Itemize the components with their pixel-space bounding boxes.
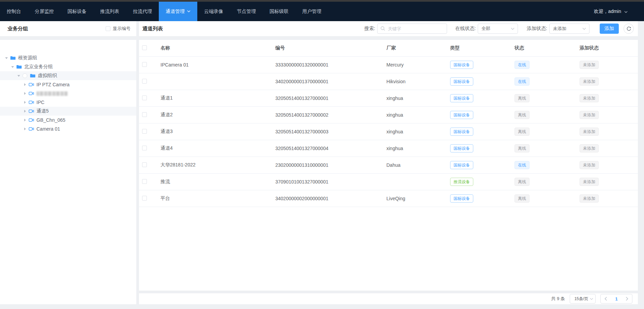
chevron-down-icon xyxy=(187,10,190,13)
page-size-select[interactable]: 15条/页 xyxy=(570,294,596,304)
online-status-value: 全部 xyxy=(481,26,511,32)
tree-item-camera-01[interactable]: Camera 01 xyxy=(0,124,136,133)
sidebar-header: 业务分组 显示编号 xyxy=(0,21,136,36)
table-row[interactable]: 34020000001370000001 Hikvision 国标设备 在线 未… xyxy=(139,73,638,90)
online-status-select[interactable]: 全部 xyxy=(478,24,518,34)
refresh-button[interactable] xyxy=(624,24,634,34)
cell-code: 23020000001310000001 xyxy=(275,162,386,168)
video-camera-icon xyxy=(29,82,34,87)
prev-page-button[interactable] xyxy=(601,294,611,303)
col-header-type: 类型 xyxy=(450,45,515,51)
row-checkbox[interactable] xyxy=(142,112,147,117)
row-checkbox[interactable] xyxy=(142,162,147,167)
tree-item-ip-ptz-camera[interactable]: IP PTZ Camera xyxy=(0,80,136,89)
tree-item-label: 通道5 xyxy=(36,108,49,114)
cell-vendor: Dahua xyxy=(386,162,450,168)
caret-down-icon[interactable] xyxy=(16,75,21,77)
tree-item-gb-chn-065[interactable]: GB_Chn_065 xyxy=(0,116,136,124)
select-all-checkbox[interactable] xyxy=(142,45,147,50)
show-number-label: 显示编号 xyxy=(113,26,131,32)
tree-item-label: 虚拟组织 xyxy=(38,73,57,79)
tree-item-label: 北京业务分组 xyxy=(24,64,53,70)
row-checkbox[interactable] xyxy=(142,146,147,150)
add-status-badge: 未添加 xyxy=(580,194,599,203)
folder-icon xyxy=(16,64,22,70)
row-checkbox[interactable] xyxy=(142,179,147,184)
search-input[interactable] xyxy=(377,24,447,34)
tree-item-redacted[interactable] xyxy=(0,89,136,98)
add-status-badge: 未添加 xyxy=(580,61,599,69)
caret-down-icon[interactable] xyxy=(4,57,9,59)
nav-tab-channel-mgmt[interactable]: 通道管理 xyxy=(159,2,197,21)
caret-right-icon[interactable] xyxy=(22,92,27,95)
table-row[interactable]: 通道1 32050514001327000001 xinghua 国标设备 离线… xyxy=(139,90,638,107)
status-badge: 离线 xyxy=(515,94,530,102)
row-checkbox[interactable] xyxy=(142,62,147,67)
add-status-select[interactable]: 未添加 xyxy=(549,24,589,34)
user-menu[interactable]: 欢迎，admin xyxy=(594,2,644,21)
video-camera-icon xyxy=(29,100,34,105)
next-page-button[interactable] xyxy=(622,294,632,303)
row-checkbox[interactable] xyxy=(142,129,147,134)
cell-code: 32050514001327000001 xyxy=(275,95,386,101)
tree-item-beijing-group[interactable]: 北京业务分组 xyxy=(0,62,136,71)
nav-tab-push-list[interactable]: 推流列表 xyxy=(93,2,126,21)
type-badge: 国标设备 xyxy=(450,144,473,152)
nav-tab-gb-cascade[interactable]: 国标级联 xyxy=(263,2,295,21)
status-badge: 离线 xyxy=(515,128,530,136)
type-badge: 国标设备 xyxy=(450,61,473,69)
nav-tab-split-monitor[interactable]: 分屏监控 xyxy=(28,2,61,21)
caret-right-icon[interactable] xyxy=(22,83,27,86)
table-row[interactable]: IPCamera 01 33330000001320000001 Mercury… xyxy=(139,57,638,73)
channel-list-header: 通道列表 搜索: 在线状态: 全部 添加状态: 未添加 添加 xyxy=(139,21,638,36)
pagination-bar: 共 9 条 15条/页 1 xyxy=(139,293,638,304)
caret-right-icon[interactable] xyxy=(22,128,27,130)
cell-vendor: Hikvision xyxy=(386,79,450,84)
cell-vendor: xinghua xyxy=(386,112,450,118)
video-camera-icon xyxy=(29,108,34,114)
radio-unchecked[interactable] xyxy=(22,73,27,78)
add-status-badge: 未添加 xyxy=(580,111,599,119)
tree-item-ipc[interactable]: IPC xyxy=(0,98,136,107)
type-badge: 国标设备 xyxy=(450,94,473,102)
col-header-status: 状态 xyxy=(515,45,580,51)
nav-tab-gb-devices[interactable]: 国标设备 xyxy=(61,2,93,21)
welcome-user-label: 欢迎，admin xyxy=(594,9,621,15)
table-row[interactable]: 推流 37090101001327000001 推流设备 离线 未添加 xyxy=(139,174,638,190)
table-row[interactable]: 平台 34020000002000000001 LiveQing 国标设备 离线… xyxy=(139,190,638,207)
table-row[interactable]: 通道2 32050514001327000002 xinghua 国标设备 离线… xyxy=(139,107,638,123)
show-number-toggle[interactable]: 显示编号 xyxy=(106,26,131,32)
row-checkbox[interactable] xyxy=(142,79,147,84)
table-row[interactable]: 通道4 32050514001327000004 xinghua 国标设备 离线… xyxy=(139,140,638,157)
caret-right-icon[interactable] xyxy=(22,110,27,113)
cell-name: 通道3 xyxy=(160,129,275,135)
caret-right-icon[interactable] xyxy=(22,101,27,104)
row-checkbox[interactable] xyxy=(142,95,147,100)
table-row[interactable]: 大华28181-2022 23020000001310000001 Dahua … xyxy=(139,157,638,174)
refresh-icon xyxy=(626,26,631,31)
nav-tab-user-mgmt[interactable]: 用户管理 xyxy=(295,2,328,21)
nav-tab-console[interactable]: 控制台 xyxy=(0,2,28,21)
cell-name: 大华28181-2022 xyxy=(160,162,275,168)
nav-tab-node-mgmt[interactable]: 节点管理 xyxy=(230,2,263,21)
current-page-number[interactable]: 1 xyxy=(611,296,622,301)
caret-right-icon[interactable] xyxy=(22,119,27,121)
show-number-checkbox[interactable] xyxy=(106,26,110,31)
cell-code: 33330000001320000001 xyxy=(275,62,386,68)
tree-item-virtual-org[interactable]: 虚拟组织 xyxy=(0,71,136,80)
cell-code: 32050514001327000002 xyxy=(275,112,386,118)
add-button[interactable]: 添加 xyxy=(600,24,619,34)
nav-tab-pull-proxy[interactable]: 拉流代理 xyxy=(126,2,159,21)
nav-tab-cloud-record[interactable]: 云端录像 xyxy=(197,2,230,21)
col-header-code: 编号 xyxy=(275,45,386,51)
cell-name: 通道1 xyxy=(160,95,275,101)
row-checkbox[interactable] xyxy=(142,196,147,201)
status-badge: 离线 xyxy=(515,144,530,152)
caret-down-icon[interactable] xyxy=(10,66,15,68)
table-row[interactable]: 通道3 32050514001327000003 xinghua 国标设备 离线… xyxy=(139,123,638,140)
page-title: 通道列表 xyxy=(142,26,163,32)
tree-item-channel5[interactable]: 通道5 xyxy=(0,107,136,116)
tree-item-root-group[interactable]: 根资源组 xyxy=(0,54,136,62)
online-status-label: 在线状态: xyxy=(455,26,476,32)
type-badge: 国标设备 xyxy=(450,128,473,136)
